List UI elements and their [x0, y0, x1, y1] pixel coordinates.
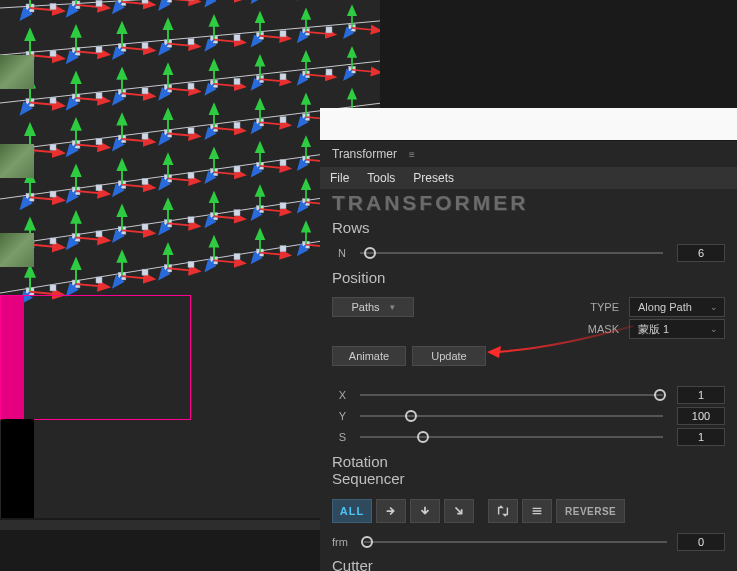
flip-icon: [496, 504, 510, 518]
lines-icon: [530, 504, 544, 518]
svg-rect-23: [280, 31, 286, 37]
rows-n-input[interactable]: [677, 244, 725, 262]
svg-rect-49: [188, 217, 194, 223]
svg-line-5: [0, 20, 380, 55]
svg-rect-12: [96, 0, 102, 6]
svg-rect-33: [96, 139, 102, 145]
svg-rect-53: [50, 285, 56, 291]
chevron-down-icon: ▾: [390, 302, 395, 312]
svg-rect-25: [50, 97, 56, 103]
svg-rect-39: [50, 191, 56, 197]
svg-rect-54: [96, 277, 102, 283]
svg-rect-40: [96, 185, 102, 191]
rows-heading: Rows: [332, 219, 725, 236]
svg-rect-36: [234, 122, 240, 128]
paths-button[interactable]: Paths ▾: [332, 297, 414, 317]
timeline-strip[interactable]: [0, 520, 330, 530]
white-divider: [320, 108, 737, 140]
type-label: TYPE: [579, 301, 619, 313]
svg-rect-43: [234, 166, 240, 172]
menu-tools[interactable]: Tools: [367, 171, 395, 185]
arrow-down-icon: [418, 504, 432, 518]
panel-title: Transformer: [332, 147, 397, 161]
svg-rect-27: [142, 88, 148, 94]
y-slider[interactable]: [354, 408, 669, 424]
svg-rect-21: [188, 39, 194, 45]
svg-rect-29: [234, 78, 240, 84]
svg-rect-46: [50, 238, 56, 244]
s-input[interactable]: [677, 428, 725, 446]
panel-menu-icon[interactable]: ≡: [409, 149, 416, 160]
thumbnail: [0, 55, 34, 89]
svg-rect-47: [96, 231, 102, 237]
svg-rect-13: [142, 0, 148, 3]
rows-n-label: N: [332, 247, 346, 259]
frm-label: frm: [332, 536, 354, 548]
svg-rect-32: [50, 144, 56, 150]
mask-label: MASK: [579, 323, 619, 335]
logo-text: TRANSFORMER: [320, 189, 737, 215]
rot-down-button[interactable]: [410, 499, 440, 523]
svg-rect-57: [234, 254, 240, 260]
y-label: Y: [332, 410, 346, 422]
svg-rect-28: [188, 83, 194, 89]
svg-rect-31: [326, 69, 332, 75]
svg-rect-48: [142, 224, 148, 230]
chevron-down-icon: ⌄: [710, 324, 718, 334]
x-slider[interactable]: [354, 387, 669, 403]
svg-line-6: [0, 60, 380, 103]
arrow-right-icon: [384, 504, 398, 518]
rot-lines-button[interactable]: [522, 499, 552, 523]
menu-file[interactable]: File: [330, 171, 349, 185]
update-button[interactable]: Update: [412, 346, 486, 366]
reverse-button[interactable]: REVERSE: [556, 499, 625, 523]
s-label: S: [332, 431, 346, 443]
frm-slider[interactable]: [358, 534, 673, 550]
chevron-down-icon: ⌄: [710, 302, 718, 312]
rot-diag-button[interactable]: [444, 499, 474, 523]
menu-bar: File Tools Presets: [320, 167, 737, 189]
svg-rect-20: [142, 43, 148, 49]
s-slider[interactable]: [354, 429, 669, 445]
thumbnail: [0, 144, 34, 178]
svg-rect-50: [234, 210, 240, 216]
svg-rect-58: [280, 246, 286, 252]
menu-presets[interactable]: Presets: [413, 171, 454, 185]
rot-right-button[interactable]: [376, 499, 406, 523]
svg-rect-19: [96, 46, 102, 52]
svg-rect-55: [142, 269, 148, 275]
svg-rect-51: [280, 203, 286, 209]
type-dropdown[interactable]: Along Path ⌄: [629, 297, 725, 317]
arrow-diag-icon: [452, 504, 466, 518]
svg-rect-34: [142, 133, 148, 139]
svg-rect-18: [50, 50, 56, 56]
svg-rect-35: [188, 128, 194, 134]
svg-rect-30: [280, 74, 286, 80]
x-input[interactable]: [677, 386, 725, 404]
rot-all-button[interactable]: ALL: [332, 499, 372, 523]
y-input[interactable]: [677, 407, 725, 425]
svg-rect-11: [50, 3, 56, 9]
svg-rect-26: [96, 93, 102, 99]
svg-rect-56: [188, 261, 194, 267]
svg-rect-41: [142, 179, 148, 185]
svg-rect-24: [326, 27, 332, 33]
transformer-panel: Transformer ≡ File Tools Presets TRANSFO…: [320, 140, 737, 571]
thumbnail: [0, 233, 34, 267]
cutter-heading: Cutter: [332, 557, 725, 571]
rot-flip-button[interactable]: [488, 499, 518, 523]
rotation-heading-2: Sequencer: [332, 470, 725, 487]
animate-button[interactable]: Animate: [332, 346, 406, 366]
svg-rect-44: [280, 160, 286, 166]
x-label: X: [332, 389, 346, 401]
rotation-heading-1: Rotation: [332, 453, 725, 470]
mask-dropdown[interactable]: 蒙版 1 ⌄: [629, 319, 725, 339]
frm-input[interactable]: [677, 533, 725, 551]
svg-rect-22: [234, 35, 240, 41]
panel-tab[interactable]: Transformer ≡: [320, 141, 737, 167]
rows-n-slider[interactable]: [354, 245, 669, 261]
svg-rect-37: [280, 117, 286, 123]
svg-rect-42: [188, 172, 194, 178]
position-heading: Position: [332, 269, 725, 286]
